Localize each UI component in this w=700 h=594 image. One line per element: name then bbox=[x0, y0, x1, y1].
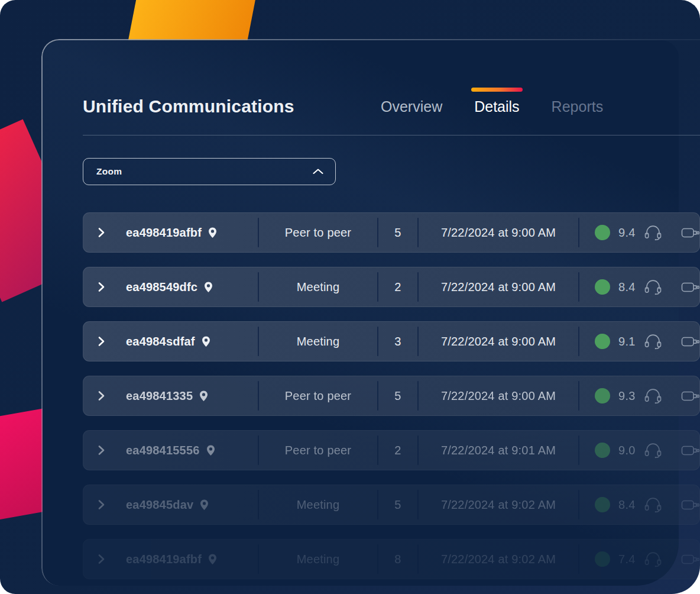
quality-cell: 7.4 bbox=[579, 540, 700, 579]
session-id: ea49841335 bbox=[126, 389, 193, 403]
quality-score: 8.4 bbox=[618, 280, 636, 294]
call-type: Peer to peer bbox=[259, 213, 377, 252]
expand-row-button[interactable] bbox=[83, 376, 119, 415]
headset-icon[interactable] bbox=[644, 224, 662, 241]
location-pin-icon bbox=[199, 390, 208, 402]
quality-score: 9.4 bbox=[618, 226, 636, 240]
expand-row-button[interactable] bbox=[83, 322, 119, 361]
call-type: Meeting bbox=[259, 540, 377, 579]
call-datetime: 7/22/2024 at 9:00 AM bbox=[419, 376, 578, 415]
call-type: Meeting bbox=[259, 322, 377, 361]
location-pin-icon bbox=[200, 499, 209, 511]
location-pin-icon bbox=[202, 336, 210, 347]
participant-count: 5 bbox=[378, 485, 417, 524]
expand-row-button[interactable] bbox=[83, 431, 119, 470]
call-type: Peer to peer bbox=[259, 431, 377, 470]
status-dot bbox=[595, 497, 610, 512]
main-panel: Unified Communications Overview Details … bbox=[43, 40, 679, 586]
session-id: ea4984sdfaf bbox=[126, 335, 195, 348]
table-row[interactable]: ea49841335 Peer to peer 5 7/22/2024 at 9… bbox=[83, 376, 700, 416]
table-row[interactable]: ea498419afbf Peer to peer 5 7/22/2024 at… bbox=[83, 212, 700, 253]
session-id-cell: ea498419afbf bbox=[119, 213, 258, 252]
video-camera-icon[interactable] bbox=[681, 553, 700, 566]
chevron-right-icon bbox=[95, 498, 107, 511]
headset-icon[interactable] bbox=[644, 442, 662, 459]
tab-reports[interactable]: Reports bbox=[552, 95, 604, 118]
quality-score: 7.4 bbox=[618, 553, 636, 566]
table-row[interactable]: ea498419afbf Meeting 8 7/22/2024 at 9:02… bbox=[83, 539, 700, 579]
call-datetime: 7/22/2024 at 9:02 AM bbox=[419, 485, 578, 524]
chevron-up-icon bbox=[313, 169, 323, 175]
call-datetime: 7/22/2024 at 9:00 AM bbox=[419, 213, 578, 252]
tab-overview[interactable]: Overview bbox=[381, 95, 442, 118]
table-row[interactable]: ea498415556 Peer to peer 2 7/22/2024 at … bbox=[83, 430, 700, 470]
session-id-cell: ea49841335 bbox=[119, 376, 258, 415]
call-type: Meeting bbox=[259, 267, 377, 306]
table-row[interactable]: ea498549dfc Meeting 2 7/22/2024 at 9:00 … bbox=[83, 267, 700, 307]
headset-icon[interactable] bbox=[644, 388, 662, 404]
video-camera-icon[interactable] bbox=[681, 498, 700, 512]
chevron-right-icon bbox=[95, 226, 107, 239]
expand-row-button[interactable] bbox=[83, 485, 119, 524]
location-pin-icon bbox=[206, 445, 215, 456]
table-row[interactable]: ea4984sdfaf Meeting 3 7/22/2024 at 9:00 … bbox=[83, 321, 700, 361]
header: Unified Communications Overview Details … bbox=[83, 95, 679, 118]
status-dot bbox=[595, 388, 610, 403]
quality-score: 9.1 bbox=[618, 335, 636, 348]
call-type: Peer to peer bbox=[259, 376, 377, 415]
chevron-right-icon bbox=[95, 389, 107, 402]
session-id-cell: ea49845dav bbox=[119, 485, 258, 524]
headset-icon[interactable] bbox=[644, 279, 662, 295]
session-id-cell: ea498549dfc bbox=[119, 267, 258, 306]
status-dot bbox=[595, 443, 610, 458]
video-camera-icon[interactable] bbox=[681, 389, 700, 403]
session-id: ea498419afbf bbox=[126, 553, 202, 566]
headset-icon[interactable] bbox=[644, 551, 662, 567]
call-type: Meeting bbox=[259, 485, 377, 524]
call-datetime: 7/22/2024 at 9:00 AM bbox=[419, 267, 578, 306]
video-camera-icon[interactable] bbox=[681, 335, 700, 348]
status-dot bbox=[595, 551, 610, 567]
quality-score: 8.4 bbox=[618, 498, 636, 512]
tab-bar: Overview Details Reports bbox=[381, 95, 603, 118]
video-camera-icon[interactable] bbox=[681, 444, 700, 457]
session-id: ea498549dfc bbox=[126, 280, 197, 294]
call-datetime: 7/22/2024 at 9:01 AM bbox=[419, 431, 578, 470]
quality-cell: 8.4 bbox=[579, 267, 700, 306]
header-divider bbox=[83, 135, 700, 135]
table-row[interactable]: ea49845dav Meeting 5 7/22/2024 at 9:02 A… bbox=[83, 485, 700, 525]
quality-cell: 9.3 bbox=[579, 376, 700, 415]
status-dot bbox=[595, 334, 610, 349]
video-camera-icon[interactable] bbox=[681, 226, 700, 240]
quality-cell: 9.4 bbox=[579, 213, 700, 252]
participant-count: 2 bbox=[378, 431, 417, 470]
participant-count: 5 bbox=[378, 213, 417, 252]
chevron-right-icon bbox=[95, 335, 107, 348]
quality-score: 9.3 bbox=[618, 389, 636, 403]
participant-count: 3 bbox=[378, 322, 417, 361]
session-id: ea49845dav bbox=[126, 498, 193, 512]
expand-row-button[interactable] bbox=[83, 267, 119, 306]
call-list: ea498419afbf Peer to peer 5 7/22/2024 at… bbox=[83, 212, 700, 593]
chevron-right-icon bbox=[95, 280, 107, 293]
chevron-right-icon bbox=[95, 444, 107, 457]
quality-cell: 9.1 bbox=[579, 322, 700, 361]
video-camera-icon[interactable] bbox=[681, 280, 700, 294]
quality-cell: 8.4 bbox=[579, 485, 700, 524]
quality-cell: 9.0 bbox=[579, 431, 700, 470]
headset-icon[interactable] bbox=[644, 496, 662, 513]
participant-count: 2 bbox=[378, 267, 417, 306]
zoom-filter-dropdown[interactable]: Zoom bbox=[83, 158, 336, 185]
chevron-right-icon bbox=[95, 553, 107, 566]
status-dot bbox=[595, 279, 610, 295]
zoom-filter-label: Zoom bbox=[96, 166, 122, 177]
session-id: ea498415556 bbox=[126, 444, 200, 457]
location-pin-icon bbox=[208, 227, 217, 238]
expand-row-button[interactable] bbox=[83, 213, 119, 252]
headset-icon[interactable] bbox=[644, 333, 662, 350]
tab-details[interactable]: Details bbox=[474, 95, 519, 118]
expand-row-button[interactable] bbox=[83, 540, 119, 579]
call-datetime: 7/22/2024 at 9:00 AM bbox=[419, 322, 578, 361]
session-id-cell: ea498415556 bbox=[119, 431, 258, 470]
participant-count: 5 bbox=[378, 376, 417, 415]
